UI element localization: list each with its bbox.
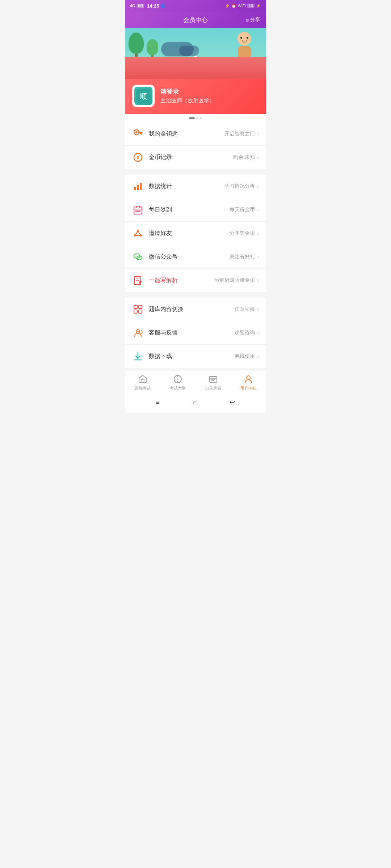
menu-item-daily-checkin[interactable]: 每日签到 每天得金币 › xyxy=(125,198,266,222)
svg-text:顺: 顺 xyxy=(140,92,147,100)
svg-rect-5 xyxy=(141,133,142,135)
tree-left xyxy=(129,33,144,61)
svg-rect-43 xyxy=(141,379,144,382)
svg-point-29 xyxy=(138,258,139,259)
svg-rect-13 xyxy=(134,209,142,209)
menu-item-wechat[interactable]: 微信公众号 关注有好礼 › xyxy=(125,245,266,269)
menu-item-customer-service[interactable]: 客服与反馈 欢迎咨询 › xyxy=(125,321,266,345)
svg-rect-6 xyxy=(140,133,141,134)
svg-point-30 xyxy=(140,258,141,259)
invite-friends-desc: 分享奖金币 xyxy=(230,230,255,237)
status-right: ⚡ ⏰ WiFi 16 ⚡ xyxy=(225,4,261,8)
wechat-arrow: › xyxy=(257,254,259,260)
profile-card[interactable]: 顺 请登录 主治医师（放射医学） xyxy=(125,79,266,114)
user-center-nav-icon xyxy=(243,374,253,384)
character xyxy=(234,32,255,61)
nav-item-user-center[interactable]: 用户中心 xyxy=(231,374,266,391)
menu-item-invite-friends[interactable]: 邀请好友 分享奖金币 › xyxy=(125,222,266,245)
gold-record-label: 金币记录 xyxy=(149,154,233,161)
svg-rect-15 xyxy=(139,206,140,208)
data-download-label: 数据下载 xyxy=(149,353,235,360)
svg-rect-36 xyxy=(139,305,142,309)
section-gap-1 xyxy=(125,172,266,175)
menu-section-1: 我的金钥匙 开启智慧之门 › ¥ 金币记录 剩余:未知 › xyxy=(125,122,266,169)
invite-friends-icon xyxy=(132,227,144,239)
wechat-desc: 关注有好礼 xyxy=(230,254,255,260)
signal-icon: 4G xyxy=(130,4,135,8)
gold-record-desc: 剩余:未知 xyxy=(233,154,255,161)
daily-checkin-desc: 每天得金币 xyxy=(230,207,255,213)
bank-switch-arrow: › xyxy=(257,306,259,312)
customer-service-icon xyxy=(132,327,144,339)
user-center-nav-label: 用户中心 xyxy=(240,386,256,391)
share-button[interactable]: ⎋ 分享 xyxy=(246,17,260,23)
time-display: 14:25 xyxy=(147,3,159,9)
menu-item-write-analysis[interactable]: 一起写解析 写解析赚大量金币 › xyxy=(125,269,266,292)
data-download-desc: 离线使用 xyxy=(235,353,255,359)
profile-description: 主治医师（放射医学） xyxy=(160,97,259,104)
nav-item-pass-box[interactable]: 过关宝箱 xyxy=(196,374,231,391)
sys-back-button[interactable]: ↩ xyxy=(226,397,239,408)
exam-outline-nav-icon xyxy=(173,374,183,384)
nav-item-train-exam[interactable]: 训练考试 xyxy=(125,374,160,391)
customer-service-desc: 欢迎咨询 xyxy=(235,329,255,336)
svg-rect-14 xyxy=(136,206,137,208)
write-analysis-desc: 写解析赚大量金币 xyxy=(214,277,255,284)
bank-switch-label: 题库内容切换 xyxy=(149,306,235,313)
data-stats-icon xyxy=(132,180,144,192)
section-gap-2 xyxy=(125,295,266,298)
share-label: 分享 xyxy=(250,17,260,23)
wechat-label: 微信公众号 xyxy=(149,253,230,261)
menu-item-gold-record[interactable]: ¥ 金币记录 剩余:未知 › xyxy=(125,146,266,169)
svg-rect-38 xyxy=(139,310,142,313)
menu-item-bank-switch[interactable]: 题库内容切换 任意切换 › xyxy=(125,298,266,321)
battery-display: 16 xyxy=(247,4,255,8)
golden-key-desc: 开启智慧之门 xyxy=(224,131,255,137)
svg-point-3 xyxy=(135,131,138,133)
write-analysis-arrow: › xyxy=(257,277,259,284)
write-analysis-label: 一起写解析 xyxy=(149,277,214,284)
hd-badge: HD xyxy=(137,4,144,8)
svg-line-22 xyxy=(135,231,138,235)
svg-rect-37 xyxy=(134,310,137,313)
data-download-icon xyxy=(132,350,144,362)
data-stats-arrow: › xyxy=(257,183,259,190)
nav-item-exam-outline[interactable]: 考试大纲 xyxy=(160,374,196,391)
banner-ground xyxy=(125,57,266,79)
sys-home-button[interactable]: ⌂ xyxy=(189,397,200,408)
activity-icon: 🌀 xyxy=(160,4,165,8)
data-stats-desc: 学习情况分析 xyxy=(224,183,255,190)
bank-switch-desc: 任意切换 xyxy=(235,306,255,312)
wechat-icon xyxy=(132,251,144,263)
sys-menu-button[interactable]: ≡ xyxy=(152,397,164,408)
golden-key-icon xyxy=(132,128,144,140)
data-stats-label: 数据统计 xyxy=(149,183,224,190)
train-exam-nav-label: 训练考试 xyxy=(135,386,151,391)
invite-friends-label: 邀请好友 xyxy=(149,230,230,237)
svg-rect-35 xyxy=(134,305,137,309)
menu-item-data-download[interactable]: 数据下载 离线使用 › xyxy=(125,345,266,368)
data-download-arrow: › xyxy=(257,353,259,359)
svg-rect-10 xyxy=(137,185,139,190)
golden-key-label: 我的金钥匙 xyxy=(149,130,224,138)
bottom-nav: 训练考试 考试大纲 过关宝箱 xyxy=(125,371,266,393)
svg-rect-4 xyxy=(138,132,143,133)
gold-record-arrow: › xyxy=(257,154,259,161)
alarm-icon: ⏰ xyxy=(231,4,236,8)
dots-indicator xyxy=(125,114,266,122)
svg-point-45 xyxy=(177,379,178,380)
menu-item-golden-key[interactable]: 我的金钥匙 开启智慧之门 › xyxy=(125,122,266,146)
svg-line-23 xyxy=(138,231,141,235)
app-logo-icon: 顺 xyxy=(136,89,151,103)
header: 会员中心 ⎋ 分享 xyxy=(125,12,266,28)
customer-service-arrow: › xyxy=(257,329,259,336)
banner xyxy=(125,28,266,79)
bank-switch-icon xyxy=(132,303,144,315)
status-bar: 4G HD 14:25 🌀 ⚡ ⏰ WiFi 16 ⚡ xyxy=(125,0,266,12)
svg-rect-11 xyxy=(140,183,142,190)
bluetooth-icon: ⚡ xyxy=(225,4,230,8)
daily-checkin-arrow: › xyxy=(257,207,259,213)
header-title: 会员中心 xyxy=(183,16,208,24)
menu-item-data-stats[interactable]: 数据统计 学习情况分析 › xyxy=(125,175,266,198)
customer-service-label: 客服与反馈 xyxy=(149,329,235,337)
